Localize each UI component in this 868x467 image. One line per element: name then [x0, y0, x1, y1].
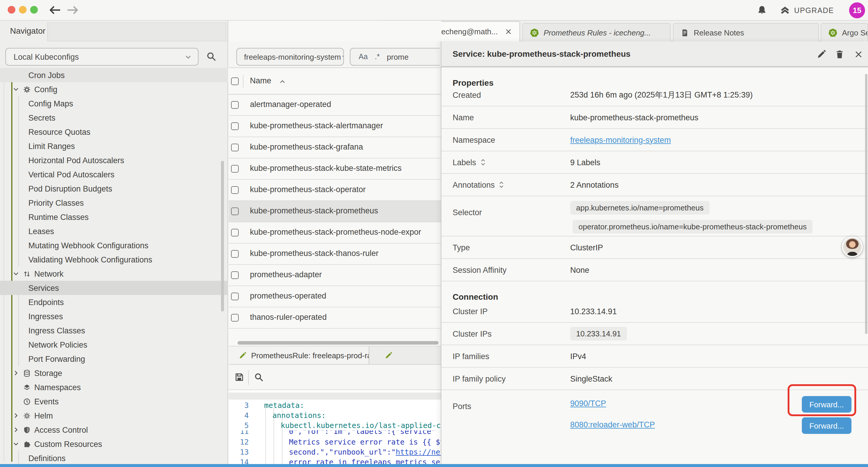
row-checkbox[interactable] — [231, 229, 239, 236]
row-checkbox[interactable] — [231, 122, 239, 130]
tab-prometheus-rules-icecheng[interactable]: Prometheus Rules - icecheng... — [522, 23, 671, 41]
row-checkbox[interactable] — [231, 207, 239, 215]
sidebar-item-services[interactable]: Services — [0, 281, 228, 295]
detail-value: 253d 16h 6m ago (2025年1月13日 GMT+8 1:25:3… — [570, 90, 753, 100]
row-checkbox[interactable] — [231, 186, 239, 194]
editor-tab-prometheusrule-freeleaps-prod-rabbitmq[interactable]: PrometheusRule: freeleaps-prod-rabbitmq — [229, 346, 369, 364]
table-row-thanos-ruler-operated[interactable]: thanos-ruler-operated — [229, 308, 441, 329]
table-row-kube-prometheus-stack-thanos-ruler[interactable]: kube-prometheus-stack-thanos-ruler — [229, 243, 441, 265]
upgrade-icon — [780, 5, 790, 16]
regex-toggle[interactable]: .* — [375, 53, 380, 61]
sidebar-item-label: Storage — [34, 369, 62, 377]
close-panel-icon[interactable] — [854, 50, 863, 59]
zoom-window-button[interactable] — [30, 6, 38, 13]
row-checkbox[interactable] — [231, 314, 239, 322]
edit-pencil-icon — [385, 351, 392, 359]
match-case-toggle[interactable]: Aa — [359, 53, 368, 61]
namespace-link[interactable]: freeleaps-monitoring-system — [570, 135, 671, 144]
sidebar-item-runtime-classes[interactable]: Runtime Classes — [0, 210, 228, 224]
sidebar-item-resource-quotas[interactable]: Resource Quotas — [0, 125, 228, 139]
editor-tab-label: PrometheusRule: freeleaps-prod-rabbitmq — [251, 351, 369, 360]
editor-line-4: 4annotations: — [229, 410, 441, 420]
detail-label: Labels — [453, 158, 476, 167]
sidebar-item-config[interactable]: Config — [0, 82, 228, 96]
horizontal-scrollbar[interactable] — [238, 341, 438, 345]
table-row-prometheus-adapter[interactable]: prometheus-adapter — [229, 265, 441, 286]
sidebar-item-vertical-pod-autoscalers[interactable]: Vertical Pod Autoscalers — [0, 167, 228, 181]
sidebar-item-definitions[interactable]: Definitions — [0, 451, 228, 465]
sort-ascending-icon[interactable] — [279, 78, 286, 85]
sidebar-item-network[interactable]: Network — [0, 267, 228, 281]
minimize-window-button[interactable] — [19, 6, 27, 13]
table-row-kube-prometheus-stack-operator[interactable]: kube-prometheus-stack-operator — [229, 180, 441, 201]
port-link-8080-reloader-web-tcp[interactable]: 8080:reloader-web/TCP — [570, 420, 655, 429]
sidebar-item-storage[interactable]: Storage — [0, 366, 228, 380]
sidebar-item-secrets[interactable]: Secrets — [0, 111, 228, 125]
list-search-input[interactable]: Aa .* prome — [350, 48, 440, 66]
row-checkbox[interactable] — [231, 144, 239, 151]
details-header: Service: kube-prometheus-stack-prometheu… — [441, 41, 868, 67]
table-row-kube-prometheus-stack-grafana[interactable]: kube-prometheus-stack-grafana — [229, 137, 441, 158]
sidebar-item-network-policies[interactable]: Network Policies — [0, 338, 228, 352]
upgrade-button[interactable]: UPGRADE — [780, 4, 834, 17]
editor-search-icon[interactable] — [254, 372, 264, 382]
row-checkbox[interactable] — [231, 101, 239, 109]
sidebar-item-events[interactable]: Events — [0, 394, 228, 408]
delete-trash-icon[interactable] — [835, 50, 844, 59]
save-icon[interactable] — [235, 372, 244, 382]
sidebar-item-pod-disruption-budgets[interactable]: Pod Disruption Budgets — [0, 181, 228, 196]
sidebar-item-namespaces[interactable]: Namespaces — [0, 380, 228, 394]
sidebar-scrollbar[interactable] — [221, 161, 224, 312]
table-row-kube-prometheus-stack-prometheus[interactable]: kube-prometheus-stack-prometheus — [229, 201, 441, 222]
table-row-kube-prometheus-stack-kube-state-metrics[interactable]: kube-prometheus-stack-kube-state-metrics — [229, 158, 441, 180]
editor-tab-item[interactable] — [369, 346, 441, 364]
notification-count-badge[interactable]: 15 — [849, 2, 865, 18]
row-checkbox[interactable] — [231, 250, 239, 258]
table-row-kube-prometheus-stack-prometheus-node-expor[interactable]: kube-prometheus-stack-prometheus-node-ex… — [229, 222, 441, 243]
kubeconfig-selector[interactable]: Local Kubeconfigs — [5, 48, 198, 66]
sidebar-item-ingresses[interactable]: Ingresses — [0, 309, 228, 323]
sidebar-item-endpoints[interactable]: Endpoints — [0, 295, 228, 309]
sidebar-item-horizontal-pod-autoscalers[interactable]: Horizontal Pod Autoscalers — [0, 153, 228, 167]
select-all-checkbox[interactable] — [231, 78, 239, 85]
sidebar-item-helm[interactable]: Helm — [0, 408, 228, 423]
service-name: kube-prometheus-stack-alertmanager — [250, 121, 383, 130]
sidebar-item-ingress-classes[interactable]: Ingress Classes — [0, 323, 228, 338]
name-column-header[interactable]: Name — [250, 76, 271, 85]
sidebar-item-validating-webhook-configurations[interactable]: Validating Webhook Configurations — [0, 253, 228, 267]
close-window-button[interactable] — [8, 6, 16, 13]
table-row-alertmanager-operated[interactable]: alertmanager-operated — [229, 95, 441, 116]
details-scrollbar[interactable] — [865, 74, 867, 334]
sidebar-item-config-maps[interactable]: Config Maps — [0, 96, 228, 111]
forward-button[interactable] — [66, 5, 79, 16]
row-checkbox[interactable] — [231, 165, 239, 173]
table-row-prometheus-operated[interactable]: prometheus-operated — [229, 286, 441, 308]
yaml-editor[interactable]: 3metadata:4annotations:5kubectl.kubernet… — [229, 390, 441, 465]
sidebar-item-label: Ingress Classes — [28, 326, 85, 335]
sidebar-item-limit-ranges[interactable]: Limit Ranges — [0, 139, 228, 153]
sidebar-item-access-control[interactable]: Access Control — [0, 423, 228, 437]
table-row-kube-prometheus-stack-alertmanager[interactable]: kube-prometheus-stack-alertmanager — [229, 116, 441, 137]
runbook-url-link[interactable]: https://net — [396, 447, 441, 456]
service-name: prometheus-adapter — [250, 270, 322, 279]
sidebar-search-icon[interactable] — [206, 52, 216, 61]
sidebar-item-priority-classes[interactable]: Priority Classes — [0, 196, 228, 210]
row-checkbox[interactable] — [231, 293, 239, 300]
close-tab-icon[interactable] — [505, 28, 512, 35]
tab-release-notes[interactable]: Release Notes — [673, 23, 819, 41]
row-checkbox[interactable] — [231, 271, 239, 279]
tab-argo-se[interactable]: Argo Se — [821, 23, 868, 41]
user-avatar[interactable] — [842, 236, 863, 257]
notifications-bell-icon[interactable] — [757, 5, 767, 16]
sidebar-item-leases[interactable]: Leases — [0, 224, 228, 238]
port-link-9090-tcp[interactable]: 9090/TCP — [570, 399, 606, 408]
sidebar-item-custom-resources[interactable]: Custom Resources — [0, 437, 228, 451]
sidebar-item-mutating-webhook-configurations[interactable]: Mutating Webhook Configurations — [0, 238, 228, 253]
namespace-filter-select[interactable]: freeleaps-monitoring-system — [236, 48, 344, 66]
code-text: metadata: — [264, 400, 304, 410]
back-button[interactable] — [49, 5, 61, 16]
forward-button[interactable]: Forward... — [802, 417, 851, 434]
sidebar-item-port-forwarding[interactable]: Port Forwarding — [0, 352, 228, 366]
edit-pencil-icon[interactable] — [816, 50, 826, 59]
sidebar-item-cron-jobs[interactable]: Cron Jobs — [0, 68, 228, 82]
